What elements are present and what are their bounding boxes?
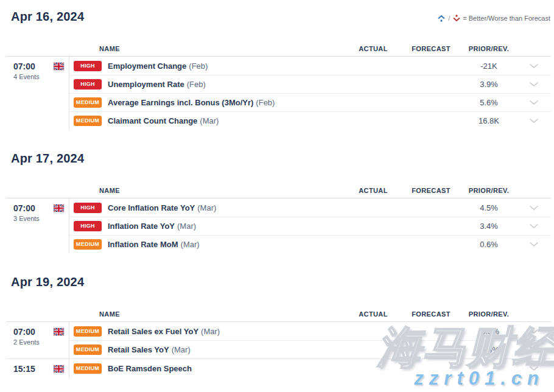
expand-chevron-icon[interactable]	[516, 82, 551, 87]
column-header-forecast: FORECAST	[401, 187, 461, 194]
time-group: 15:15 MEDIUM BoE Ramsden Speech	[6, 359, 551, 377]
uk-flag-icon	[53, 327, 65, 336]
legend-label: = Better/Worse than Forecast	[463, 15, 550, 22]
expand-chevron-icon[interactable]	[516, 118, 551, 124]
legend: / = Better/Worse than Forecast	[437, 14, 550, 23]
events-table: NAME ACTUAL FORECAST PRIOR/REV. 07:00 2 …	[6, 306, 551, 377]
event-rows: MEDIUM BoE Ramsden Speech	[69, 359, 551, 377]
event-row[interactable]: MEDIUM Inflation Rate MoM(Mar) 0.6%	[69, 235, 551, 253]
event-name-cell: Employment Change(Feb)	[102, 61, 346, 71]
importance-badge: MEDIUM	[74, 97, 102, 108]
importance-badge: MEDIUM	[74, 345, 102, 355]
expand-chevron-icon[interactable]	[516, 223, 551, 229]
event-name-cell: BoE Ramsden Speech	[102, 364, 346, 373]
date-heading: Apr 17, 2024	[11, 152, 554, 166]
event-rows: MEDIUM Retail Sales ex Fuel YoY(Mar) -0.…	[69, 322, 551, 359]
events-table: NAME ACTUAL FORECAST PRIOR/REV. 07:00 3 …	[6, 183, 551, 253]
event-name-cell: Unemployment Rate(Feb)	[102, 80, 346, 89]
table-header-row: NAME ACTUAL FORECAST PRIOR/REV.	[6, 41, 551, 57]
prior-value: 3.4%	[461, 222, 516, 231]
prior-value: 4.5%	[461, 203, 516, 212]
events-table: NAME ACTUAL FORECAST PRIOR/REV. 07:00 4 …	[6, 41, 551, 130]
event-period: (Feb)	[256, 98, 275, 107]
prior-value: -21K	[461, 61, 516, 71]
expand-chevron-icon[interactable]	[516, 100, 551, 105]
time-cell: 15:15	[6, 359, 69, 377]
event-period: (Mar)	[181, 240, 200, 249]
column-header-prior: PRIOR/REV.	[461, 310, 516, 318]
event-row[interactable]: MEDIUM Average Earnings incl. Bonus (3Mo…	[69, 93, 551, 111]
time-cell: 07:00 2 Events	[6, 322, 69, 359]
day-section: Apr 19, 2024 NAME ACTUAL FORECAST PRIOR/…	[0, 275, 554, 377]
column-header-actual: ACTUAL	[346, 187, 401, 194]
event-name: Inflation Rate MoM	[108, 240, 178, 249]
importance-badge: HIGH	[74, 203, 102, 213]
uk-flag-icon	[53, 62, 65, 71]
event-name-cell: Retail Sales YoY(Mar)	[102, 345, 346, 354]
event-name: Average Earnings incl. Bonus (3Mo/Yr)	[108, 98, 253, 107]
prior-value: 3.9%	[461, 80, 516, 89]
event-name: Claimant Count Change	[108, 116, 197, 125]
events-count: 4 Events	[13, 73, 69, 80]
importance-badge: HIGH	[74, 221, 102, 231]
prior-value: 5.6%	[461, 98, 516, 107]
importance-badge: HIGH	[74, 61, 102, 71]
time-cell: 07:00 3 Events	[6, 198, 69, 253]
event-name: Core Inflation Rate YoY	[108, 203, 195, 212]
uk-flag-icon	[53, 204, 65, 212]
event-name: Retail Sales ex Fuel YoY	[108, 327, 198, 336]
column-header-name: NAME	[6, 310, 346, 318]
expand-chevron-icon[interactable]	[516, 329, 551, 334]
events-count: 3 Events	[13, 215, 69, 222]
event-row[interactable]: MEDIUM Retail Sales YoY(Mar) -0.4%	[69, 340, 551, 359]
column-header-name: NAME	[6, 187, 346, 194]
event-period: (Mar)	[177, 222, 196, 231]
importance-badge: MEDIUM	[74, 363, 102, 374]
expand-chevron-icon[interactable]	[516, 347, 551, 352]
importance-badge: MEDIUM	[74, 239, 102, 250]
importance-badge: MEDIUM	[74, 326, 102, 337]
table-header-row: NAME ACTUAL FORECAST PRIOR/REV.	[6, 183, 551, 198]
events-count: 2 Events	[13, 338, 69, 346]
event-rows: HIGH Core Inflation Rate YoY(Mar) 4.5% H…	[69, 198, 551, 253]
event-name: Employment Change	[108, 61, 186, 71]
prior-value: -0.5%	[461, 327, 516, 336]
expand-chevron-icon[interactable]	[516, 242, 551, 247]
groups: 07:00 3 Events HIGH Core Inflation Rate …	[6, 198, 551, 253]
expand-chevron-icon[interactable]	[516, 63, 551, 69]
date-heading: Apr 19, 2024	[11, 275, 554, 289]
event-name: Unemployment Rate	[108, 80, 184, 89]
time-group: 07:00 2 Events MEDIUM Retail Sales ex Fu…	[6, 322, 551, 359]
event-name: Inflation Rate YoY	[108, 222, 175, 231]
event-period: (Mar)	[197, 203, 216, 212]
event-row[interactable]: MEDIUM Claimant Count Change(Mar) 16.8K	[69, 111, 551, 130]
event-row[interactable]: HIGH Unemployment Rate(Feb) 3.9%	[69, 75, 551, 93]
groups: 07:00 4 Events HIGH Employment Change(Fe…	[6, 57, 551, 130]
uk-flag-icon	[53, 365, 65, 373]
event-row[interactable]: MEDIUM Retail Sales ex Fuel YoY(Mar) -0.…	[69, 322, 551, 340]
event-period: (Feb)	[189, 61, 208, 71]
table-header-row: NAME ACTUAL FORECAST PRIOR/REV.	[6, 306, 551, 322]
event-name: Retail Sales YoY	[108, 345, 169, 354]
expand-chevron-icon[interactable]	[516, 366, 551, 371]
prior-value: 0.6%	[461, 240, 516, 249]
event-name-cell: Inflation Rate YoY(Mar)	[102, 222, 346, 231]
column-header-prior: PRIOR/REV.	[461, 45, 516, 52]
column-header-name: NAME	[6, 45, 346, 52]
groups: 07:00 2 Events MEDIUM Retail Sales ex Fu…	[6, 322, 551, 377]
expand-chevron-icon[interactable]	[516, 205, 551, 211]
event-name-cell: Claimant Count Change(Mar)	[102, 116, 346, 125]
legend-slash: /	[448, 15, 450, 22]
event-row[interactable]: HIGH Inflation Rate YoY(Mar) 3.4%	[69, 217, 551, 235]
event-row[interactable]: HIGH Core Inflation Rate YoY(Mar) 4.5%	[69, 198, 551, 217]
event-row[interactable]: HIGH Employment Change(Feb) -21K	[69, 57, 551, 75]
event-name: BoE Ramsden Speech	[108, 364, 192, 373]
event-row[interactable]: MEDIUM BoE Ramsden Speech	[69, 359, 551, 377]
event-period: (Feb)	[187, 80, 206, 89]
time-group: 07:00 3 Events HIGH Core Inflation Rate …	[6, 198, 551, 253]
time-cell: 07:00 4 Events	[6, 57, 69, 130]
event-name-cell: Inflation Rate MoM(Mar)	[102, 240, 346, 249]
event-rows: HIGH Employment Change(Feb) -21K HIGH Un…	[69, 57, 551, 130]
prior-value: 16.8K	[461, 116, 516, 125]
column-header-actual: ACTUAL	[346, 310, 401, 318]
